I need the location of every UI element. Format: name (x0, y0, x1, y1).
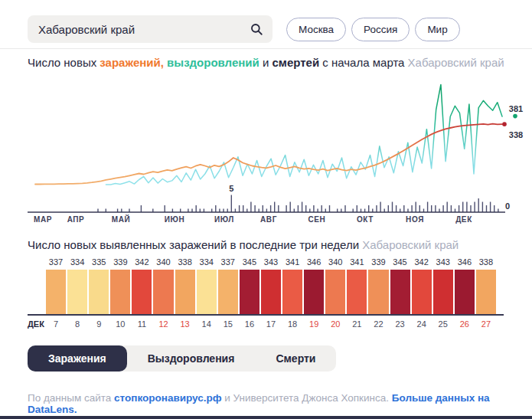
heatmap-value: 343 (261, 257, 281, 268)
heatmap-cell[interactable] (153, 270, 173, 314)
heatmap-cell[interactable] (347, 270, 367, 314)
heatmap-value: 345 (390, 257, 410, 268)
month-label: ОКТ (357, 215, 374, 224)
heatmap-cell[interactable] (476, 270, 496, 314)
deaths-bar (447, 202, 448, 213)
heatmap-value: 346 (304, 257, 324, 268)
deaths-bar (302, 202, 302, 213)
heatmap-day-label: 25 (433, 316, 453, 329)
tab-active-заражения[interactable]: Заражения (28, 345, 127, 372)
heatmap-cell[interactable] (433, 270, 453, 314)
recoveries-last-value: 381 (509, 104, 523, 113)
search-icon[interactable] (250, 22, 263, 36)
bottom-window-edge (0, 416, 532, 419)
heatmap-month-label: ДЕК (28, 319, 44, 329)
quick-link[interactable]: Москва (286, 18, 346, 41)
heatmap-value: 337 (218, 257, 238, 268)
heatmap-value: 341 (282, 257, 302, 268)
heatmap-day-label: 10 (110, 316, 130, 329)
month-label: ДЕК (455, 215, 472, 224)
heatmap-column: 343 (261, 257, 281, 314)
deaths-bar (215, 205, 216, 212)
title-prefix: Число новых (28, 56, 100, 69)
tab-inactive-выздоровления[interactable]: Выздоровления (127, 345, 256, 372)
title-suffix: с начала марта (319, 56, 407, 69)
recoveries-word: выздоровлений (167, 56, 259, 69)
deaths-bar (321, 205, 322, 212)
heatmap-value: 345 (240, 257, 259, 268)
heatmap-title-text: Число новых выявленных заражений в после… (28, 238, 362, 251)
heatmap-cell[interactable] (218, 270, 238, 314)
deaths-word: смертей (273, 56, 320, 69)
month-label: МАЙ (112, 214, 131, 224)
covid-dashboard: МоскваРоссияМир Число новых заражений, в… (0, 0, 532, 415)
deaths-bar (141, 205, 142, 212)
heatmap-column: 345 (390, 257, 410, 314)
infections-word: заражений (100, 56, 160, 69)
deaths-bar (239, 205, 240, 212)
deaths-bar (274, 202, 275, 213)
search-box[interactable] (28, 15, 273, 43)
heatmap-cell[interactable] (304, 270, 324, 314)
quick-link[interactable]: Россия (351, 18, 410, 41)
heatmap-day-label: 9 (89, 316, 109, 329)
deaths-bar (298, 205, 299, 212)
heatmap-grid: 3373343353393423403383343373453433413463… (46, 257, 496, 314)
heatmap-day-label: 16 (240, 316, 259, 329)
heatmap-cell[interactable] (110, 270, 130, 314)
heatmap-column: 338 (175, 257, 195, 314)
heatmap-cell[interactable] (89, 270, 109, 314)
heatmap-column: 346 (455, 257, 475, 314)
deaths-bar (490, 202, 491, 213)
heatmap-cell[interactable] (67, 270, 87, 314)
heatmap-cell[interactable] (455, 270, 475, 314)
heatmap: 3373343353393423403383343373453433413463… (28, 257, 532, 329)
heatmap-cell[interactable] (390, 270, 410, 314)
month-label: ИЮЛ (214, 215, 234, 224)
heatmap-cell[interactable] (197, 270, 217, 314)
heatmap-value: 339 (110, 257, 130, 268)
deaths-bar (451, 205, 452, 212)
heatmap-value: 335 (89, 257, 109, 268)
deaths-bar (466, 202, 467, 213)
heatmap-day-label: 8 (67, 316, 87, 329)
heatmap-day-label: 13 (175, 316, 195, 329)
deaths-bar (486, 205, 487, 212)
quick-link[interactable]: Мир (415, 18, 459, 41)
infections-end-dot (502, 122, 507, 126)
heatmap-cell[interactable] (412, 270, 432, 314)
heatmap-column: 334 (197, 257, 217, 314)
deaths-bar (376, 205, 377, 212)
heatmap-day-label: 24 (412, 316, 432, 329)
deaths-bar (494, 205, 494, 212)
heatmap-value: 343 (433, 257, 453, 268)
heatmap-cell[interactable] (325, 270, 345, 314)
heatmap-cell[interactable] (368, 270, 388, 314)
deaths-bar (403, 205, 404, 212)
heatmap-column: 337 (218, 257, 238, 314)
deaths-bar (419, 205, 420, 212)
heatmap-day-label: 27 (476, 316, 496, 329)
heatmap-value: 334 (197, 257, 217, 268)
heatmap-column: 346 (304, 257, 324, 314)
heatmap-cell[interactable] (261, 270, 281, 314)
heatmap-day-label: 7 (46, 316, 66, 329)
heatmap-cell[interactable] (282, 270, 302, 314)
deaths-bar (478, 198, 479, 212)
heatmap-cell[interactable] (240, 270, 259, 314)
heatmap-value: 338 (175, 257, 195, 268)
heatmap-cell[interactable] (132, 270, 152, 314)
deaths-bar (416, 202, 416, 213)
quick-links: МоскваРоссияМир (286, 18, 460, 41)
month-label: АВГ (260, 215, 277, 224)
heatmap-cell[interactable] (46, 270, 66, 314)
trend-chart: МАРАПРМАЙИЮНИЮЛАВГСЕНОКТНОЯДЕК38133850 (0, 69, 532, 228)
deaths-bar (462, 202, 463, 213)
heatmap-column: 334 (67, 257, 87, 314)
deaths-bar (286, 205, 286, 212)
tab-inactive-смерти[interactable]: Смерти (255, 345, 336, 372)
month-label: НОЯ (406, 215, 424, 224)
heatmap-cell[interactable] (175, 270, 195, 314)
footer-link-stopcoronavirus[interactable]: стопкоронавирус.рф (114, 392, 221, 404)
search-input[interactable] (37, 22, 250, 37)
